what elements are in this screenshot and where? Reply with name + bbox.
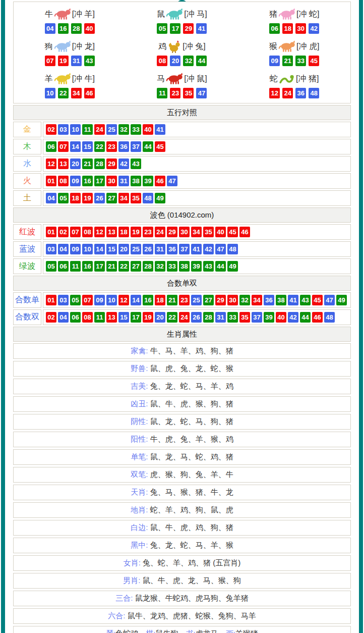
attribute-label: 黑中: <box>131 541 148 550</box>
number-ball: 15 <box>82 141 93 152</box>
number-ball: 48 <box>309 88 319 98</box>
number-ball: 05 <box>58 193 69 203</box>
zodiac-title: 牛[冲 羊] <box>14 7 126 22</box>
number-ball: 05 <box>46 261 56 272</box>
right-teal-bar <box>359 0 363 633</box>
number-ball: 11 <box>70 261 81 272</box>
row-label: 蓝波 <box>13 241 41 257</box>
zodiac-title: 猴[冲 虎] <box>238 39 350 54</box>
number-ball: 07 <box>70 227 81 237</box>
number-ball: 01 <box>46 227 56 237</box>
row-numbers: 02031011242532334041 <box>43 122 351 137</box>
number-ball: 31 <box>71 56 82 66</box>
number-ball: 29 <box>167 227 177 237</box>
main-content: 牛[冲 羊]04162840鼠[冲 马]05172941猪[冲 蛇]061830… <box>13 2 351 633</box>
number-ball: 34 <box>118 193 129 203</box>
number-ball: 35 <box>203 227 214 237</box>
attribute-row: 三合: 鼠龙猴、牛蛇鸡、虎马狗、兔羊猪 <box>13 591 351 606</box>
number-ball: 22 <box>118 261 129 272</box>
attribute-row: 阳性: 牛、虎、兔、羊、猴、鸡 <box>13 432 351 447</box>
zodiac-clash-label: [冲 虎] <box>296 41 319 52</box>
number-ball: 12 <box>94 227 105 237</box>
number-ball: 07 <box>82 295 93 305</box>
number-row: 水1213202128294243 <box>13 156 351 172</box>
number-ball: 30 <box>295 23 306 34</box>
number-ball: 24 <box>179 312 190 323</box>
art-label: 画: <box>226 629 235 633</box>
number-ball: 10 <box>45 88 55 98</box>
number-ball: 49 <box>227 261 238 272</box>
number-ball: 26 <box>94 193 105 203</box>
attribute-label: 地肖: <box>131 505 148 515</box>
number-ball: 30 <box>179 227 190 237</box>
zodiac-name: 鸡 <box>158 41 166 52</box>
number-ball: 20 <box>118 244 129 254</box>
number-ball: 10 <box>82 244 93 254</box>
zodiac-numbers: 08203244 <box>126 56 238 66</box>
attribute-row: 凶丑: 鼠、牛、虎、猴、狗、猪 <box>13 396 351 412</box>
number-ball: 06 <box>46 141 56 152</box>
zodiac-clash-label: [冲 马] <box>184 9 207 20</box>
zodiac-cell-rat: 鼠[冲 马]05172941 <box>126 7 238 34</box>
number-ball: 47 <box>196 88 207 98</box>
number-ball: 42 <box>118 159 129 169</box>
art-text: 兔蛇鸡 <box>115 629 138 633</box>
number-ball: 07 <box>58 141 69 152</box>
row-numbers: 05061116172122272832333839434449 <box>43 258 351 274</box>
number-ball: 46 <box>84 88 95 98</box>
number-ball: 19 <box>82 193 93 203</box>
number-ball: 38 <box>276 295 286 305</box>
number-ball: 28 <box>94 159 105 169</box>
row-label: 金 <box>13 122 41 137</box>
attribute-row: 六合: 鼠牛、龙鸡、虎猪、蛇猴、兔狗、马羊 <box>13 608 351 624</box>
attribute-text: 兔、龙、蛇、马、羊、鸡 <box>148 382 233 391</box>
number-ball: 33 <box>131 124 141 135</box>
section-header-five-elements: 五行对照 <box>13 105 351 120</box>
number-ball: 37 <box>131 141 141 152</box>
number-ball: 20 <box>155 312 165 323</box>
row-numbers: 1213202128294243 <box>43 156 351 172</box>
number-ball: 13 <box>106 312 117 323</box>
zodiac-cell-pig: 猪[冲 蛇]06183042 <box>238 7 350 34</box>
number-ball: 30 <box>106 176 117 186</box>
number-ball: 48 <box>227 244 238 254</box>
number-ball: 41 <box>155 124 165 135</box>
number-ball: 43 <box>84 56 95 66</box>
zodiac-name: 猪 <box>269 9 277 20</box>
section-header-sum-parity: 合数单双 <box>13 276 351 291</box>
number-ball: 45 <box>155 141 165 152</box>
attribute-row: 白边: 鼠、牛、虎、鸡、狗、猪 <box>13 520 351 536</box>
number-row: 火0108091617303138394647 <box>13 173 351 189</box>
number-ball: 34 <box>71 88 82 98</box>
attribute-label: 单笔: <box>131 452 148 462</box>
number-ball: 18 <box>70 193 81 203</box>
dog-icon <box>54 40 71 52</box>
number-ball: 43 <box>131 159 141 169</box>
number-ball: 47 <box>167 176 177 186</box>
attribute-text: 虎、猴、狗、兔、羊、牛 <box>148 470 233 480</box>
number-ball: 16 <box>58 23 69 34</box>
attribute-row: 单笔: 鼠、龙、马、蛇、鸡、猪 <box>13 449 351 465</box>
number-ball: 19 <box>58 56 69 66</box>
number-ball: 32 <box>183 56 194 66</box>
number-ball: 05 <box>157 23 167 34</box>
attribute-row: 吉美: 兔、龙、蛇、马、羊、鸡 <box>13 379 351 394</box>
number-ball: 33 <box>227 312 238 323</box>
attribute-row: 女肖: 兔、蛇、羊、鸡、猪 (五宫肖) <box>13 555 351 571</box>
zodiac-title: 狗[冲 龙] <box>14 39 126 54</box>
attribute-text: 鼠、牛、虎、鸡、狗、猪 <box>148 523 233 533</box>
number-ball: 35 <box>239 312 250 323</box>
row-label: 红波 <box>13 224 41 240</box>
attribute-label: 白边: <box>131 523 148 533</box>
attribute-text: 鼠龙猴、牛蛇鸡、虎马狗、兔羊猪 <box>133 594 249 603</box>
attribute-text: 牛、虎、兔、羊、猴、鸡 <box>148 435 233 444</box>
number-ball: 36 <box>264 295 274 305</box>
zodiac-cell-goat: 羊[冲 牛]10223446 <box>14 71 126 98</box>
zodiac-numbers: 06183042 <box>238 23 350 34</box>
number-ball: 44 <box>215 261 226 272</box>
number-ball: 36 <box>118 141 129 152</box>
number-ball: 48 <box>324 312 335 323</box>
attribute-row: 阴性: 鼠、龙、蛇、马、狗、猪 <box>13 414 351 430</box>
number-ball: 46 <box>239 227 250 237</box>
attribute-label: 女肖: <box>124 558 141 568</box>
